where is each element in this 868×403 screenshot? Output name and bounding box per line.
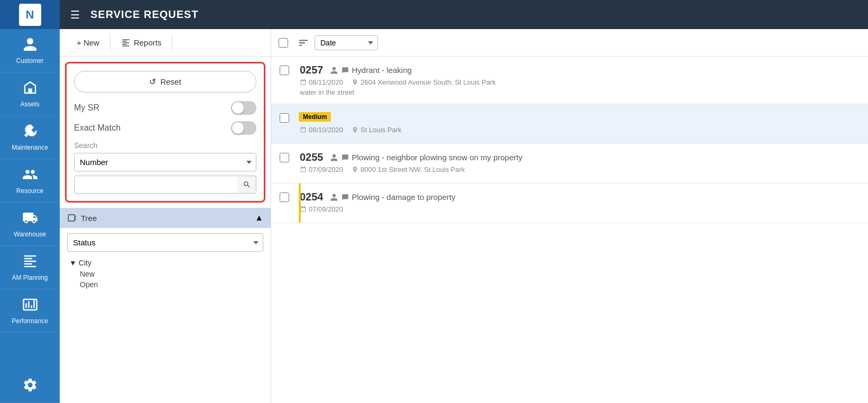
performance-icon <box>22 297 38 315</box>
reset-label: Reset <box>160 77 181 86</box>
priority-bar-yellow <box>299 184 301 223</box>
tree-city-label: City <box>79 259 91 267</box>
sr-content-0257: 0257 Hydrant - leaking 08/11/2020 <box>296 64 860 96</box>
search-input[interactable] <box>74 176 256 194</box>
sidebar-item-label-resource: Resource <box>16 187 43 195</box>
resource-icon <box>22 167 38 185</box>
calendar-icon <box>300 166 307 173</box>
calendar-icon <box>300 79 307 86</box>
top-bar: ☰ SERVICE REQUEST <box>60 0 868 29</box>
sidebar-item-label-maintenance: Maintenance <box>12 144 48 151</box>
filter-box: ↺ Reset My SR Exact Match Search Number … <box>65 62 265 203</box>
sr-header-0255: 0255 Plowing - neighbor plowing snow on … <box>300 151 860 163</box>
tree-item-new[interactable]: New <box>69 269 263 279</box>
search-field-select-wrap: Number Description Address Status <box>74 153 256 171</box>
hamburger-icon[interactable]: ☰ <box>70 8 80 21</box>
my-sr-toggle[interactable] <box>231 101 256 115</box>
sidebar-item-warehouse[interactable]: Warehouse <box>0 203 60 246</box>
tree-group-city: ▼ City New Open <box>69 257 263 290</box>
reports-button[interactable]: Reports <box>110 34 173 52</box>
chevron-down-icon: ▼ <box>69 259 77 267</box>
logo-box: N <box>19 4 41 26</box>
sr-checkbox-0255[interactable] <box>280 153 289 162</box>
page-title: SERVICE REQUEST <box>90 8 199 21</box>
sort-select[interactable]: Date Number Priority Status <box>315 35 378 50</box>
tree-section: Tree ▲ Status Priority City <box>60 208 271 295</box>
sidebar-item-performance[interactable]: Performance <box>0 289 60 333</box>
sidebar-item-label-performance: Performance <box>12 317 48 325</box>
sr-description-0257: Hydrant - leaking <box>330 66 412 75</box>
content-area: + New Reports ↺ Reset My SR Exact Match <box>60 29 868 403</box>
exact-match-toggle[interactable] <box>231 121 256 135</box>
table-row: 0255 Plowing - neighbor plowing snow on … <box>271 144 868 184</box>
am-planning-icon <box>22 253 38 271</box>
sr-address-0255: 8000 1st Street NW, St Louis Park <box>352 166 465 173</box>
sidebar-item-assets[interactable]: Assets <box>0 72 60 116</box>
sidebar-item-maintenance[interactable]: Maintenance <box>0 116 60 159</box>
sr-meta-0254: 07/09/2020 <box>300 205 860 213</box>
sr-number-0257: 0257 <box>300 64 324 76</box>
sidebar-item-am-planning[interactable]: AM Planning <box>0 246 60 289</box>
sr-content-0255: 0255 Plowing - neighbor plowing snow on … <box>296 151 860 176</box>
location-icon <box>352 79 358 86</box>
select-all-checkbox[interactable] <box>279 38 288 48</box>
chat-icon <box>341 194 349 201</box>
sr-checkbox-0257[interactable] <box>280 66 289 75</box>
sr-header-0256: 0256 <box>300 112 860 124</box>
my-sr-row: My SR <box>74 101 256 115</box>
sr-content-0254: 0254 Plowing - damage to property 07/09/… <box>296 191 860 215</box>
sidebar-item-label-customer: Customer <box>16 57 43 65</box>
sr-content-0256: 0256 08/10/2020 St Louis Park <box>296 112 860 136</box>
table-row: Medium 0256 08/10/2020 St Louis <box>271 104 868 144</box>
table-row: 0254 Plowing - damage to property 07/09/… <box>271 184 868 223</box>
sr-date-0257: 08/11/2020 <box>300 78 343 86</box>
sr-number-0254: 0254 <box>300 191 324 203</box>
sr-meta-0255: 07/09/2020 8000 1st Street NW, St Louis … <box>300 166 860 173</box>
gear-icon <box>22 377 38 395</box>
sr-comment-0257: water in the street <box>300 88 860 96</box>
customer-icon <box>22 36 38 54</box>
reports-label: Reports <box>134 38 162 47</box>
sr-checkbox-0254[interactable] <box>280 193 289 202</box>
tree-status-select[interactable]: Status Priority City <box>67 233 263 252</box>
search-field-select[interactable]: Number Description Address Status <box>74 153 256 171</box>
tree-items: ▼ City New Open <box>67 257 263 290</box>
priority-badge-medium: Medium <box>299 112 331 121</box>
reset-button[interactable]: ↺ Reset <box>74 71 256 93</box>
sr-number-0255: 0255 <box>300 151 324 163</box>
search-button[interactable] <box>237 176 256 194</box>
tree-item-city[interactable]: ▼ City <box>69 257 263 269</box>
sr-date-0255: 07/09/2020 <box>300 166 343 173</box>
logo-area: N <box>0 0 60 29</box>
tree-select-wrap: Status Priority City <box>67 233 263 252</box>
sr-address-0257: 2604 Xenwood Avenue South, St Louis Park <box>352 78 496 86</box>
tree-item-open[interactable]: Open <box>69 279 263 290</box>
main-area: ☰ SERVICE REQUEST + New Reports ↺ Reset <box>60 0 868 403</box>
sr-checkbox-0256[interactable] <box>280 113 289 123</box>
person-chat-icon <box>330 66 338 75</box>
sidebar-item-label-am-planning: AM Planning <box>12 274 48 281</box>
sidebar-item-customer[interactable]: Customer <box>0 29 60 72</box>
tree-icon <box>67 213 77 223</box>
reset-icon: ↺ <box>149 77 156 87</box>
sidebar-panel: + New Reports ↺ Reset My SR Exact Match <box>60 29 271 403</box>
tree-header[interactable]: Tree ▲ <box>60 208 271 228</box>
tree-header-left: Tree <box>67 213 97 223</box>
list-toolbar: Date Number Priority Status <box>271 29 868 57</box>
sr-description-0254: Plowing - damage to property <box>330 193 456 202</box>
sort-icon <box>298 37 309 49</box>
search-label: Search <box>74 141 256 150</box>
calendar-icon <box>300 126 307 133</box>
tree-label: Tree <box>81 214 97 223</box>
sidebar-item-label-assets: Assets <box>20 100 39 108</box>
sidebar-item-resource[interactable]: Resource <box>0 159 60 203</box>
sr-date-0254: 07/09/2020 <box>300 205 343 213</box>
sidebar-item-settings[interactable] <box>0 370 60 403</box>
sr-address-0256: St Louis Park <box>352 126 401 134</box>
new-button[interactable]: + New <box>66 34 110 51</box>
location-icon <box>352 166 358 173</box>
location-icon <box>352 126 358 133</box>
sr-description-0255: Plowing - neighbor plowing snow on my pr… <box>330 153 523 162</box>
sr-meta-0257: 08/11/2020 2604 Xenwood Avenue South, St… <box>300 78 860 86</box>
tree-body: Status Priority City ▼ City New Op <box>60 228 271 295</box>
